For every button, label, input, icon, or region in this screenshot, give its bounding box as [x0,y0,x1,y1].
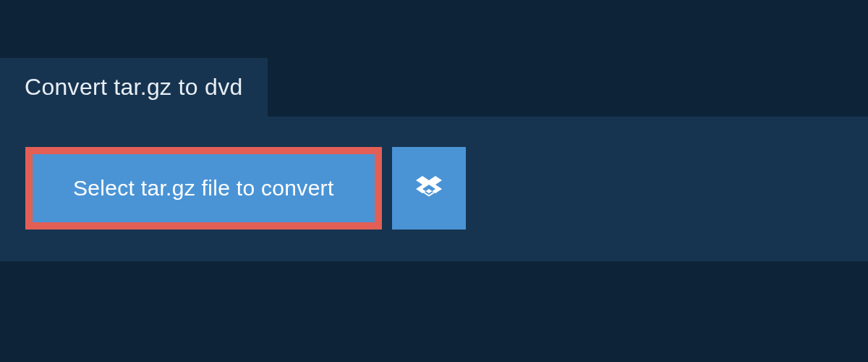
dropbox-icon [416,174,442,203]
tab-bar: Convert tar.gz to dvd [0,0,868,117]
upload-panel: Select tar.gz file to convert [0,117,868,261]
dropbox-button[interactable] [392,147,466,230]
select-file-button[interactable]: Select tar.gz file to convert [25,147,382,230]
tab-label: Convert tar.gz to dvd [25,74,243,100]
tab-convert[interactable]: Convert tar.gz to dvd [0,58,268,117]
select-file-label: Select tar.gz file to convert [73,176,334,201]
